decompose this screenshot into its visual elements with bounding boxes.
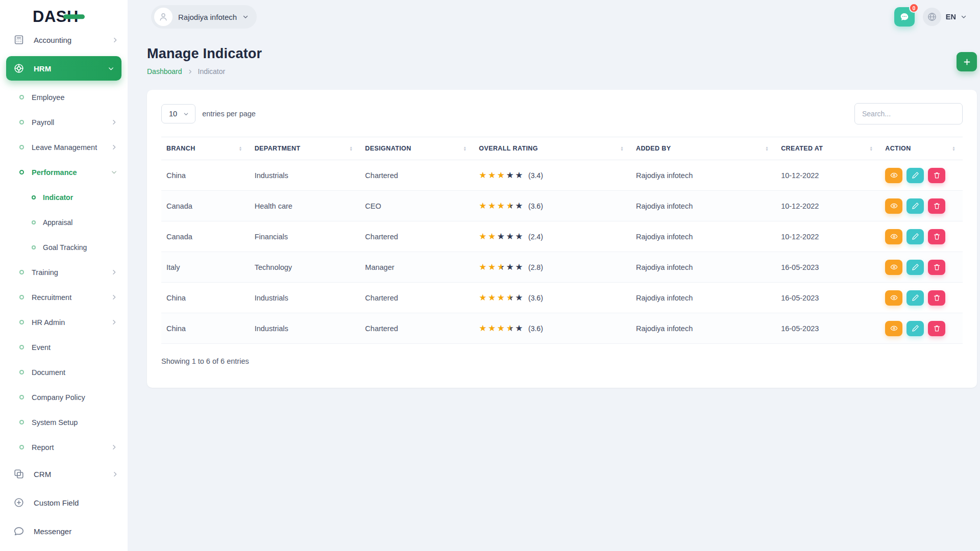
table-row: CanadaFinancialsChartered★★★★★(2.4)Rajod… xyxy=(161,221,963,252)
language-switcher[interactable]: EN xyxy=(923,8,967,26)
sidebar-item-training[interactable]: Training xyxy=(0,260,128,285)
main-content: Manage Indicator Dashboard Indicator 10 … xyxy=(128,34,980,551)
cell-action xyxy=(880,252,963,283)
sidebar-item-event[interactable]: Event xyxy=(0,335,128,360)
cell-branch: Canada xyxy=(161,221,250,252)
sidebar-item-label: Messenger xyxy=(34,527,118,536)
company-switcher[interactable]: Rajodiya infotech xyxy=(151,5,257,29)
trash-icon xyxy=(933,324,941,332)
edit-button[interactable] xyxy=(906,260,924,275)
sidebar-item-label: HR Admin xyxy=(32,318,111,327)
sidebar-item-document[interactable]: Document xyxy=(0,360,128,385)
sidebar-item-label: Employee xyxy=(32,93,117,102)
rating-value: (3.6) xyxy=(528,294,543,302)
sidebar-item-label: Payroll xyxy=(32,118,111,127)
star-rating-icon: ★★★★★ xyxy=(479,232,524,241)
star-rating-icon: ★★★★★ xyxy=(479,171,524,180)
sidebar-item-accounting[interactable]: Accounting xyxy=(0,34,128,52)
cell-designation: Chartered xyxy=(360,313,474,344)
cell-created-at: 10-12-2022 xyxy=(776,160,880,191)
view-button[interactable] xyxy=(885,260,902,275)
cell-branch: China xyxy=(161,160,250,191)
logo-dash-accent xyxy=(63,14,85,19)
column-header-branch[interactable]: BRANCH▲▼ xyxy=(161,137,250,160)
column-header-designation[interactable]: DESIGNATION▲▼ xyxy=(360,137,474,160)
sidebar-item-leave-management[interactable]: Leave Management xyxy=(0,135,128,160)
topbar-actions: 0 EN xyxy=(894,7,967,27)
sidebar-item-label: Training xyxy=(32,268,111,277)
cell-created-at: 16-05-2023 xyxy=(776,252,880,283)
cell-added-by: Rajodiya infotech xyxy=(631,160,776,191)
cell-action xyxy=(880,221,963,252)
sidebar-item-hr-admin[interactable]: HR Admin xyxy=(0,310,128,335)
sidebar-item-system-setup[interactable]: System Setup xyxy=(0,410,128,435)
sidebar-item-payroll[interactable]: Payroll xyxy=(0,110,128,135)
pencil-icon xyxy=(912,202,919,210)
sidebar-item-report[interactable]: Report xyxy=(0,435,128,460)
edit-button[interactable] xyxy=(906,229,924,244)
column-header-department[interactable]: DEPARTMENT▲▼ xyxy=(250,137,360,160)
add-indicator-button[interactable] xyxy=(957,52,977,71)
bullet-icon xyxy=(19,170,24,174)
bubble-icon xyxy=(13,525,24,537)
rating: ★★★★★(3.6) xyxy=(479,324,626,333)
bullet-icon xyxy=(19,345,24,349)
delete-button[interactable] xyxy=(928,229,945,244)
sidebar-item-company-policy[interactable]: Company Policy xyxy=(0,385,128,410)
view-button[interactable] xyxy=(885,229,902,244)
column-header-action[interactable]: ACTION▲▼ xyxy=(880,137,963,160)
sidebar-item-label: Document xyxy=(32,368,117,377)
eye-icon xyxy=(890,171,898,179)
sidebar-item-performance[interactable]: Performance xyxy=(0,160,128,185)
trash-icon xyxy=(933,171,941,179)
edit-button[interactable] xyxy=(906,321,924,336)
trash-icon xyxy=(933,233,941,240)
cell-overall-rating: ★★★★★(3.6) xyxy=(474,313,631,344)
star-rating-icon: ★★★★★ xyxy=(479,293,524,302)
sidebar-item-messenger[interactable]: Messenger xyxy=(0,517,128,545)
brand-logo[interactable]: DASH xyxy=(33,8,79,26)
cell-overall-rating: ★★★★★(2.4) xyxy=(474,221,631,252)
edit-button[interactable] xyxy=(906,290,924,306)
cell-added-by: Rajodiya infotech xyxy=(631,221,776,252)
delete-button[interactable] xyxy=(928,198,945,214)
sidebar-item-custom-field[interactable]: Custom Field xyxy=(0,488,128,517)
sidebar-item-calendar[interactable]: Calendar xyxy=(0,545,128,551)
sidebar-item-goal-tracking[interactable]: Goal Tracking xyxy=(0,235,128,260)
chevron-right-icon xyxy=(111,444,117,450)
edit-button[interactable] xyxy=(906,198,924,214)
edit-button[interactable] xyxy=(906,168,924,183)
accounting-icon xyxy=(13,34,24,45)
breadcrumb-dashboard-link[interactable]: Dashboard xyxy=(147,67,182,76)
eye-icon xyxy=(890,294,898,302)
table-row: CanadaHealth careCEO★★★★★(3.6)Rajodiya i… xyxy=(161,191,963,221)
view-button[interactable] xyxy=(885,168,902,183)
sidebar-item-hrm[interactable]: HRM xyxy=(6,56,121,81)
sidebar-item-label: Recruitment xyxy=(32,293,111,302)
view-button[interactable] xyxy=(885,290,902,306)
pencil-icon xyxy=(912,263,919,271)
search-input[interactable] xyxy=(854,103,963,124)
language-code: EN xyxy=(946,13,956,21)
delete-button[interactable] xyxy=(928,321,945,336)
column-header-overall-rating[interactable]: OVERALL RATING▲▼ xyxy=(474,137,631,160)
bullet-icon xyxy=(19,95,24,99)
column-header-created-at[interactable]: CREATED AT▲▼ xyxy=(776,137,880,160)
view-button[interactable] xyxy=(885,321,902,336)
cell-designation: CEO xyxy=(360,191,474,221)
view-button[interactable] xyxy=(885,198,902,214)
sidebar-item-employee[interactable]: Employee xyxy=(0,85,128,110)
sidebar-item-label: Appraisal xyxy=(43,218,117,227)
delete-button[interactable] xyxy=(928,290,945,306)
cell-created-at: 10-12-2022 xyxy=(776,221,880,252)
sidebar-item-indicator[interactable]: Indicator xyxy=(0,185,128,210)
cell-overall-rating: ★★★★★(3.6) xyxy=(474,283,631,313)
column-header-added-by[interactable]: ADDED BY▲▼ xyxy=(631,137,776,160)
messenger-button[interactable]: 0 xyxy=(894,7,915,27)
delete-button[interactable] xyxy=(928,260,945,275)
sidebar-item-crm[interactable]: CRM xyxy=(0,460,128,488)
entries-per-page-select[interactable]: 10 xyxy=(161,104,195,123)
delete-button[interactable] xyxy=(928,168,945,183)
sidebar-item-appraisal[interactable]: Appraisal xyxy=(0,210,128,235)
sidebar-item-recruitment[interactable]: Recruitment xyxy=(0,285,128,310)
